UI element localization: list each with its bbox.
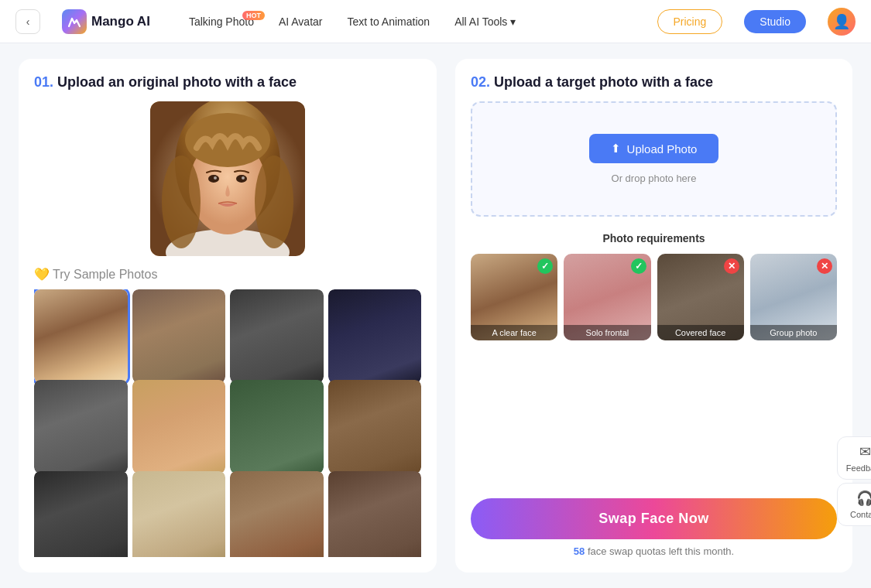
logo-mark <box>62 9 87 34</box>
list-item[interactable] <box>230 289 324 383</box>
user-avatar[interactable]: 👤 <box>828 8 856 36</box>
contact-button[interactable]: 🎧 Contact <box>837 483 871 526</box>
quota-number: 58 <box>574 545 585 557</box>
sample-photos-label: 💛 Try Sample Photos <box>34 267 421 282</box>
req-item-clear-face: ✓ A clear face <box>471 254 557 340</box>
svg-point-6 <box>255 156 293 248</box>
left-panel: 01. Upload an original photo with a face <box>19 59 437 573</box>
upload-photo-button[interactable]: ⬆ Upload Photo <box>589 134 719 163</box>
req-label-group-photo: Group photo <box>750 325 837 340</box>
logo[interactable]: Mango AI <box>62 9 150 34</box>
req-item-solo-frontal: ✓ Solo frontal <box>564 254 650 340</box>
nav-item-all-tools[interactable]: All AI Tools ▾ <box>445 11 525 32</box>
requirements-title: Photo requirements <box>471 232 837 244</box>
swap-face-now-button[interactable]: Swap Face Now <box>471 498 837 539</box>
feedback-button[interactable]: ✉ Feedback <box>837 436 871 480</box>
upload-icon: ⬆ <box>611 142 621 156</box>
list-item[interactable] <box>328 289 422 383</box>
req-label-covered-face: Covered face <box>657 325 744 340</box>
list-item[interactable] <box>132 289 226 383</box>
x-badge: ✕ <box>817 258 832 274</box>
list-item[interactable] <box>328 471 422 557</box>
list-item[interactable] <box>328 380 422 473</box>
photo-grid <box>34 289 421 557</box>
svg-point-9 <box>214 176 217 179</box>
svg-point-8 <box>236 175 247 183</box>
contact-icon: 🎧 <box>856 490 871 507</box>
svg-point-7 <box>208 175 219 183</box>
selected-photo-preview <box>150 101 305 256</box>
list-item[interactable] <box>132 471 226 557</box>
nav-item-talking-photo[interactable]: Talking Photo HOT <box>180 11 263 32</box>
nav-links: Talking Photo HOT AI Avatar Text to Anim… <box>180 11 525 32</box>
feedback-icon: ✉ <box>859 443 871 460</box>
upload-area[interactable]: ⬆ Upload Photo Or drop photo here <box>471 101 837 217</box>
back-button[interactable]: ‹ <box>15 9 40 34</box>
photo-requirements-grid: ✓ A clear face ✓ Solo frontal ✕ Covered … <box>471 254 837 340</box>
req-item-covered-face: ✕ Covered face <box>657 254 744 340</box>
right-panel: 02. Upload a target photo with a face ⬆ … <box>455 59 852 573</box>
pricing-button[interactable]: Pricing <box>657 9 723 34</box>
hot-badge: HOT <box>242 11 265 20</box>
drop-text: Or drop photo here <box>612 173 697 184</box>
list-item[interactable] <box>230 471 324 557</box>
list-item[interactable] <box>34 289 128 383</box>
req-item-group-photo: ✕ Group photo <box>750 254 837 340</box>
side-actions: ✉ Feedback 🎧 Contact <box>837 436 871 526</box>
list-item[interactable] <box>230 380 324 473</box>
main-content: 01. Upload an original photo with a face <box>0 43 871 588</box>
main-photo-area <box>34 101 421 256</box>
logo-text: Mango AI <box>91 14 150 29</box>
studio-button[interactable]: Studio <box>744 10 806 33</box>
x-badge: ✕ <box>724 258 739 274</box>
left-section-title: 01. Upload an original photo with a face <box>34 74 421 91</box>
req-label-solo-frontal: Solo frontal <box>564 325 650 340</box>
right-section-title: 02. Upload a target photo with a face <box>471 74 837 91</box>
svg-point-10 <box>242 176 245 179</box>
req-label-clear-face: A clear face <box>471 325 557 340</box>
nav-item-ai-avatar[interactable]: AI Avatar <box>269 11 332 32</box>
nav-item-text-animation[interactable]: Text to Animation <box>338 11 440 32</box>
check-badge: ✓ <box>631 258 646 274</box>
list-item[interactable] <box>132 380 226 473</box>
list-item[interactable] <box>34 471 128 557</box>
quota-info: 58 face swap quotas left this month. <box>471 545 837 557</box>
svg-point-5 <box>162 156 201 248</box>
list-item[interactable] <box>34 380 128 473</box>
navbar: ‹ Mango AI Talking Photo HOT AI Avatar T… <box>0 0 871 43</box>
